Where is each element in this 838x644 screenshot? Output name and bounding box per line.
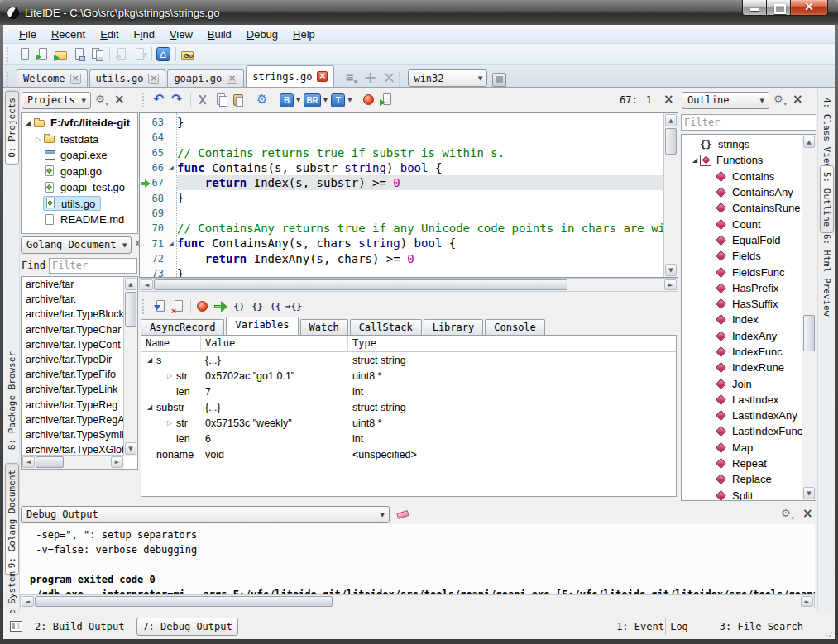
clear-output-eraser-icon[interactable]: [395, 506, 412, 522]
panel-menu-gear-icon[interactable]: [779, 507, 794, 522]
debug-external-icon[interactable]: [379, 92, 395, 108]
build-target-combobox[interactable]: win32: [408, 69, 487, 87]
document-list-vscrollbar[interactable]: ▲ ▼: [123, 277, 137, 456]
project-tree-item[interactable]: README.md: [22, 212, 137, 228]
scroll-down-button[interactable]: ▼: [125, 442, 136, 455]
resize-grip[interactable]: [825, 629, 833, 637]
variable-row[interactable]: ◢s{...}struct string: [141, 352, 676, 368]
tab-close-icon[interactable]: [148, 74, 159, 84]
scroll-thumb[interactable]: [665, 128, 677, 155]
document-list-item[interactable]: archive/tar.: [22, 293, 124, 308]
outline-function-item[interactable]: HasPrefix: [682, 280, 802, 296]
menu-edit[interactable]: Edit: [93, 26, 126, 42]
go-env-icon[interactable]: [180, 46, 196, 63]
output-selector-combobox[interactable]: Debug Output: [21, 506, 390, 523]
open-folder-icon[interactable]: [53, 46, 69, 63]
code-line[interactable]: 69: [140, 206, 663, 221]
outline-filter-input[interactable]: [681, 114, 816, 131]
outline-root-item[interactable]: {}strings: [682, 136, 802, 152]
redo-icon[interactable]: [170, 92, 187, 108]
insert-record-icon[interactable]: [152, 298, 169, 315]
code-line[interactable]: 71◢func ContainsAny(s, chars string) boo…: [140, 236, 663, 250]
run-to-line-icon[interactable]: [285, 298, 302, 315]
code-line[interactable]: 72 return IndexAny(s, chars) >= 0: [140, 251, 663, 266]
outline-function-item[interactable]: Join: [682, 375, 802, 391]
toolbar-handle[interactable]: [7, 72, 12, 87]
document-list-item[interactable]: archive/tar.TypeCont: [22, 338, 124, 353]
document-list-item[interactable]: archive/tar.TypeReg: [22, 398, 124, 413]
panel-toggle-icon[interactable]: [10, 621, 22, 632]
step-into-icon[interactable]: [249, 298, 266, 315]
document-list-item[interactable]: archive/tar.TypeChar: [22, 323, 124, 338]
scroll-thumb[interactable]: [35, 596, 333, 607]
dock-tab-4-class-view[interactable]: 4: Class View: [820, 91, 834, 175]
scroll-left-button[interactable]: ◄: [22, 456, 35, 468]
menu-file[interactable]: File: [12, 26, 44, 42]
save-file-icon[interactable]: [71, 46, 88, 63]
outline-function-item[interactable]: FieldsFunc: [682, 264, 802, 279]
toolbar-handle[interactable]: [142, 93, 147, 107]
outline-function-item[interactable]: EqualFold: [682, 232, 802, 248]
code-line[interactable]: 68}: [140, 190, 663, 205]
remove-record-icon[interactable]: [170, 298, 187, 315]
fold-marker[interactable]: ◢: [165, 165, 177, 171]
close-window-button[interactable]: [791, 0, 828, 16]
tab-close-icon[interactable]: [70, 74, 81, 84]
dropdown-arrow-icon[interactable]: ▼: [323, 97, 328, 103]
dropdown-arrow-icon[interactable]: ▼: [296, 97, 300, 103]
project-file-tree[interactable]: ◢F:/vfc/liteide-git▷testdatagoapi.exegoa…: [21, 112, 138, 234]
document-list-item[interactable]: archive/tar: [22, 278, 124, 293]
scroll-thumb[interactable]: [154, 279, 567, 290]
outline-function-item[interactable]: LastIndexAny: [682, 408, 802, 423]
outline-function-item[interactable]: ContainsAny: [682, 184, 802, 200]
column-header-type[interactable]: Type: [348, 336, 676, 351]
toolbar-handle[interactable]: [142, 299, 147, 314]
editor-tab-goapi-go[interactable]: goapi.go: [167, 69, 244, 87]
document-list-rows[interactable]: archive/tararchive/tar.archive/tar.TypeB…: [22, 278, 124, 456]
scroll-down-button[interactable]: ▼: [803, 487, 815, 499]
document-list-item[interactable]: archive/tar.TypeLink: [22, 383, 124, 398]
editor-tab-welcome[interactable]: Welcome: [17, 69, 88, 87]
panel-close-icon[interactable]: [111, 93, 126, 107]
target-settings-button[interactable]: [492, 73, 506, 87]
menu-find[interactable]: Find: [127, 26, 162, 42]
menu-debug[interactable]: Debug: [239, 26, 285, 42]
close-all-icon[interactable]: [378, 70, 395, 87]
scroll-right-button[interactable]: ►: [664, 279, 677, 290]
minimize-button[interactable]: [742, 0, 767, 16]
toolbar-handle[interactable]: [7, 47, 12, 62]
outline-function-item[interactable]: LastIndex: [682, 392, 802, 408]
scroll-up-button[interactable]: ▲: [125, 278, 136, 290]
fold-marker[interactable]: ◢: [165, 241, 177, 247]
dock-tab-8-package-browser[interactable]: 8: Package Browser: [5, 345, 19, 456]
status-2-build-output[interactable]: 2: Build Output: [30, 618, 129, 635]
outline-function-item[interactable]: IndexAny: [682, 328, 802, 344]
tab-close-icon[interactable]: [227, 74, 237, 84]
outline-function-item[interactable]: Split: [682, 488, 802, 500]
dock-tab-0-projects[interactable]: 0: Projects: [5, 91, 19, 165]
outline-function-item[interactable]: Repeat: [682, 456, 802, 471]
document-list-item[interactable]: archive/tar.TypeXGlobalHeader: [22, 443, 124, 456]
copy-icon[interactable]: [213, 92, 229, 108]
code-line[interactable]: 73}: [140, 266, 663, 278]
status-3-file-search[interactable]: 3: File Search: [715, 618, 808, 635]
document-list-hscrollbar[interactable]: ◄ ►: [22, 455, 124, 469]
overflow-chevron-button[interactable]: [133, 236, 138, 253]
code-line[interactable]: 70// ContainsAny returns true if any Uni…: [140, 221, 663, 236]
variable-row[interactable]: ◢substr{...}struct string: [141, 399, 676, 415]
variable-row[interactable]: len6int: [141, 431, 676, 446]
panel-close-icon[interactable]: [799, 507, 814, 522]
column-header-name[interactable]: Name: [141, 336, 201, 351]
document-selector-combobox[interactable]: Golang Document: [21, 236, 132, 254]
tree-expander[interactable]: ◢: [690, 156, 700, 164]
home-icon[interactable]: [156, 46, 172, 63]
document-list-item[interactable]: archive/tar.TypeSymlink: [22, 428, 124, 443]
export-file-icon[interactable]: [113, 46, 130, 63]
scroll-up-button[interactable]: ▲: [665, 114, 677, 126]
row-expander[interactable]: ▷: [165, 419, 175, 427]
titlebar[interactable]: LiteIDE - C:\Go\src\pkg\strings\strings.…: [0, 0, 838, 25]
menu-help[interactable]: Help: [285, 26, 323, 42]
scroll-up-button[interactable]: ▲: [803, 136, 815, 148]
outline-vscrollbar[interactable]: ▲ ▼: [802, 135, 816, 500]
debug-output-text[interactable]: -sep=", ": setup separators -v=false: ve…: [20, 524, 815, 594]
